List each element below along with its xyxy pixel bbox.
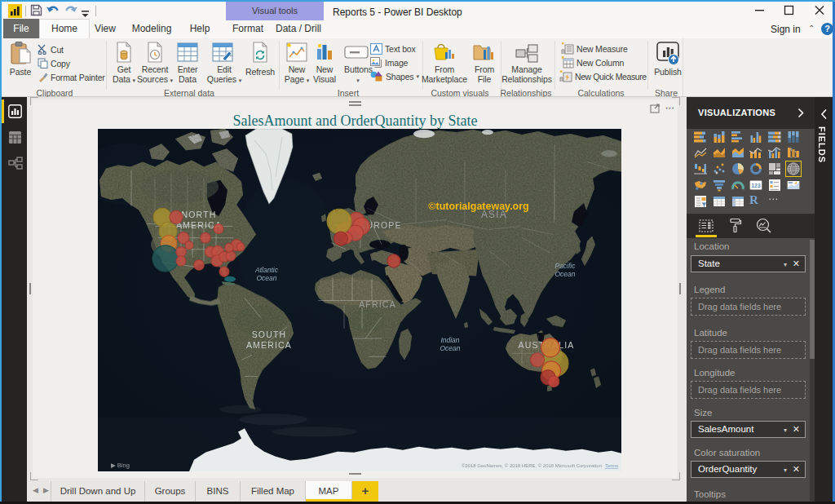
svg-text:Pacific: Pacific bbox=[554, 262, 576, 270]
svg-text:©2018 GeoNames, © 2018 HERE, ©: ©2018 GeoNames, © 2018 HERE, © 2018 Micr… bbox=[462, 463, 602, 468]
svg-text:123: 123 bbox=[751, 183, 761, 188]
svg-text:Indian: Indian bbox=[440, 336, 459, 344]
svg-text:Ocean: Ocean bbox=[554, 270, 575, 278]
svg-text:AFRICA: AFRICA bbox=[359, 299, 396, 309]
svg-text:NORTH: NORTH bbox=[181, 210, 216, 219]
svg-text:AMERICA: AMERICA bbox=[246, 340, 292, 350]
svg-text:©tutorialgateway.org: ©tutorialgateway.org bbox=[428, 201, 528, 212]
svg-text:Ocean: Ocean bbox=[440, 344, 460, 352]
svg-text:Ocean: Ocean bbox=[256, 274, 276, 282]
svg-text:Terms: Terms bbox=[605, 463, 618, 468]
svg-text:Atlantic: Atlantic bbox=[254, 266, 279, 274]
svg-text:SOUTH: SOUTH bbox=[252, 329, 287, 339]
svg-text:▶ Bing: ▶ Bing bbox=[111, 462, 130, 469]
